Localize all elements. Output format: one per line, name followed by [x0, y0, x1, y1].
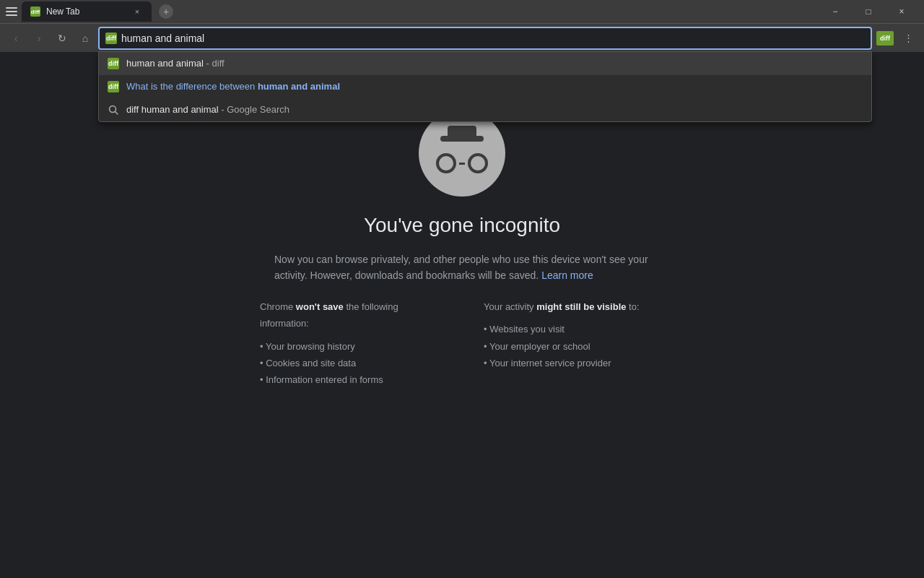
tab-close-button[interactable]: × [131, 6, 143, 17]
list-item: Your browsing history [260, 338, 440, 355]
still-visible-header: Your activity might still be visible to: [484, 298, 664, 315]
wont-save-header: Chrome won't save the following informat… [260, 298, 440, 332]
spy-hat-icon [440, 126, 484, 146]
incognito-icon [419, 110, 505, 197]
suggestion-link[interactable]: What is the difference between human and… [126, 81, 340, 92]
dropdown-text-2: What is the difference between human and… [126, 81, 340, 92]
dropdown-item-search[interactable]: diff human and animal - Google Search [99, 98, 871, 121]
search-icon [108, 104, 119, 116]
incognito-description: Now you can browse privately, and other … [274, 251, 650, 284]
list-item: Your internet service provider [484, 355, 664, 371]
title-bar: diff New Tab × + − □ × [0, 0, 924, 23]
main-content: You've gone incognito Now you can browse… [0, 52, 924, 578]
list-item: Information entered in forms [260, 371, 440, 388]
svg-line-1 [116, 111, 118, 114]
chrome-menu-button[interactable]: ⋮ [898, 28, 918, 48]
title-bar-left: diff New Tab × + [6, 1, 173, 22]
navigation-bar: ‹ › ↻ ⌂ diff diff human and animal - dif… [0, 23, 924, 52]
chrome-menu-icon[interactable] [6, 7, 17, 16]
close-button[interactable]: × [885, 0, 918, 23]
still-visible-column: Your activity might still be visible to:… [484, 298, 664, 389]
home-button[interactable]: ⌂ [75, 28, 95, 48]
info-columns: Chrome won't save the following informat… [260, 298, 664, 389]
extension-button[interactable]: diff [876, 31, 894, 46]
spy-glasses-icon [436, 153, 488, 173]
list-item: Your employer or school [484, 338, 664, 355]
browser-tab[interactable]: diff New Tab × [22, 1, 152, 22]
wont-save-column: Chrome won't save the following informat… [260, 298, 440, 389]
forward-button[interactable]: › [29, 28, 49, 48]
tab-favicon: diff [30, 7, 40, 17]
window-controls: − □ × [819, 0, 918, 23]
dropdown-text-1: human and animal - diff [126, 58, 225, 69]
minimize-button[interactable]: − [819, 0, 852, 23]
address-favicon: diff [105, 33, 117, 44]
new-tab-button[interactable]: + [159, 4, 173, 19]
tab-title: New Tab [46, 7, 126, 17]
maximize-button[interactable]: □ [852, 0, 885, 23]
autocomplete-dropdown: diff human and animal - diff diff What i… [98, 51, 872, 122]
incognito-title: You've gone incognito [364, 214, 560, 237]
address-bar-container: diff diff human and animal - diff diff W… [98, 27, 872, 50]
address-bar[interactable]: diff [98, 27, 872, 50]
list-item: Websites you visit [484, 321, 664, 337]
back-button[interactable]: ‹ [6, 28, 26, 48]
wont-save-list: Your browsing history Cookies and site d… [260, 338, 440, 389]
dropdown-favicon-2: diff [108, 81, 119, 92]
list-item: Cookies and site data [260, 355, 440, 371]
learn-more-link[interactable]: Learn more [541, 269, 593, 281]
dropdown-text-3: diff human and animal - Google Search [126, 104, 289, 115]
reload-button[interactable]: ↻ [52, 28, 72, 48]
address-input[interactable] [121, 33, 865, 44]
dropdown-item-suggestion[interactable]: diff What is the difference between huma… [99, 75, 871, 98]
dropdown-item-history[interactable]: diff human and animal - diff [99, 52, 871, 75]
still-visible-list: Websites you visit Your employer or scho… [484, 321, 664, 371]
dropdown-favicon-1: diff [108, 58, 119, 69]
